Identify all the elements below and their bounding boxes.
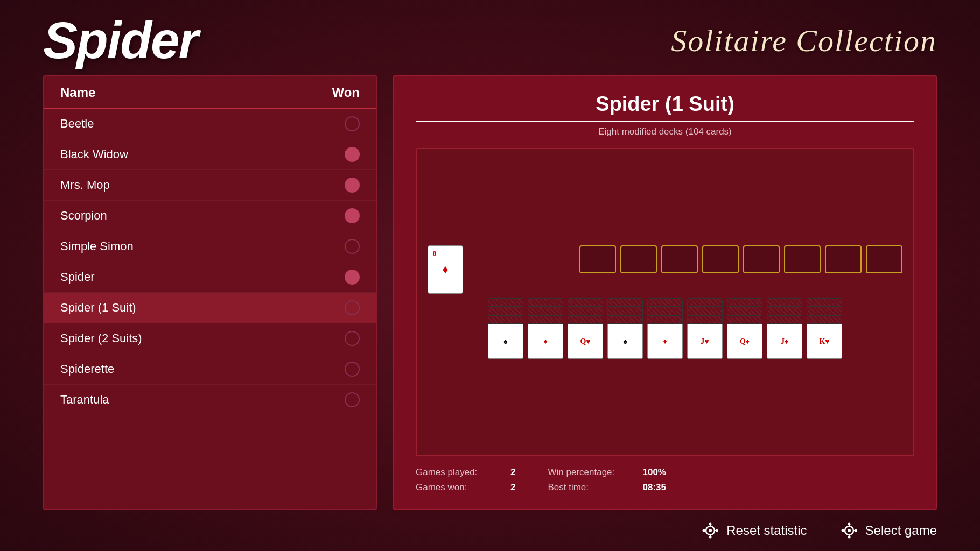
- card-face: ♠: [607, 324, 643, 359]
- reset-icon: [701, 521, 720, 540]
- won-indicator: [345, 147, 360, 162]
- tableau-column: Q♦: [727, 298, 762, 359]
- reset-button-label: Reset statistic: [726, 523, 807, 538]
- foundation-slot: [661, 245, 698, 273]
- detail-title: Spider (1 Suit): [416, 93, 914, 122]
- list-item[interactable]: Spider (2 Suits): [44, 323, 376, 354]
- card-face: ♠: [488, 324, 523, 359]
- stat-value: 2: [510, 467, 515, 478]
- select-game-button[interactable]: Select game: [839, 521, 937, 540]
- card-preview: 8 ♦: [416, 148, 914, 456]
- card-face: ♦: [528, 324, 563, 359]
- card-face: ♦: [647, 324, 683, 359]
- won-indicator: [345, 178, 360, 193]
- foundation-slots: [467, 245, 902, 273]
- foundation-slot: [579, 245, 616, 273]
- won-indicator: [345, 331, 360, 346]
- won-indicator: [345, 239, 360, 254]
- stat-label: Games played:: [416, 467, 502, 478]
- foundation-slot: [702, 245, 739, 273]
- list-item[interactable]: Tarantula: [44, 385, 376, 415]
- foundation-slot: [620, 245, 657, 273]
- face-up-card: 8 ♦: [428, 245, 463, 294]
- won-indicator: [345, 392, 360, 407]
- select-button-label: Select game: [865, 523, 937, 538]
- list-item[interactable]: Simple Simon: [44, 231, 376, 262]
- tableau-column: ♠: [607, 298, 643, 359]
- game-detail-panel: Spider (1 Suit) Eight modified decks (10…: [393, 75, 937, 510]
- list-item[interactable]: Spiderette: [44, 354, 376, 385]
- list-header: Name Won: [44, 76, 376, 109]
- stat-column-left: Games played: 2 Games won: 2: [416, 467, 515, 493]
- won-indicator: [345, 362, 360, 377]
- foundation-slot: [743, 245, 780, 273]
- reset-statistic-button[interactable]: Reset statistic: [701, 521, 807, 540]
- foundation-slot: [825, 245, 862, 273]
- stat-label: Games won:: [416, 482, 502, 493]
- header-won-label: Won: [332, 85, 360, 100]
- stat-row: Games played: 2: [416, 467, 515, 478]
- stat-row: Best time: 08:35: [548, 482, 666, 493]
- stat-column-right: Win percentage: 100% Best time: 08:35: [548, 467, 666, 493]
- stat-label: Best time:: [548, 482, 634, 493]
- list-item[interactable]: Scorpion: [44, 201, 376, 231]
- stat-row: Win percentage: 100%: [548, 467, 666, 478]
- won-indicator: [345, 300, 360, 315]
- stat-label: Win percentage:: [548, 467, 634, 478]
- svg-point-11: [848, 529, 851, 532]
- game-stats: Games played: 2 Games won: 2 Win percent…: [416, 467, 914, 493]
- card-face: J♥: [687, 324, 723, 359]
- game-list-panel: Name Won Beetle Black Widow Mrs. Mop Sco…: [43, 75, 377, 510]
- collection-title: Solitaire Collection: [671, 23, 937, 59]
- tableau-area: ♠ ♦ Q♥: [428, 298, 902, 359]
- won-indicator: [345, 208, 360, 223]
- stat-value: 100%: [642, 467, 666, 478]
- tableau-column: J♥: [687, 298, 723, 359]
- stat-value: 2: [510, 482, 515, 493]
- select-icon: [839, 521, 859, 540]
- list-item[interactable]: Mrs. Mop: [44, 170, 376, 201]
- card-face: K♥: [807, 324, 842, 359]
- stat-row: Games won: 2: [416, 482, 515, 493]
- list-item[interactable]: Spider: [44, 262, 376, 293]
- tableau-column: ♦: [647, 298, 683, 359]
- foundation-slot: [866, 245, 902, 273]
- tableau-column: J♦: [767, 298, 802, 359]
- tableau-column: ♠: [488, 298, 523, 359]
- header-name-label: Name: [60, 85, 95, 100]
- list-item[interactable]: Black Widow: [44, 139, 376, 170]
- won-indicator: [345, 270, 360, 285]
- card-face: Q♥: [568, 324, 603, 359]
- detail-subtitle: Eight modified decks (104 cards): [416, 126, 914, 137]
- svg-point-1: [709, 529, 712, 532]
- card-face: Q♦: [727, 324, 762, 359]
- tableau-column: K♥: [807, 298, 842, 359]
- tableau-column: Q♥: [568, 298, 603, 359]
- stat-value: 08:35: [642, 482, 666, 493]
- list-item[interactable]: Beetle: [44, 109, 376, 139]
- foundation-slot: [784, 245, 821, 273]
- list-item-selected[interactable]: Spider (1 Suit): [44, 293, 376, 323]
- won-indicator: [345, 116, 360, 131]
- tableau-column: ♦: [528, 298, 563, 359]
- game-title: Spider: [43, 11, 198, 70]
- bottom-bar: Reset statistic Select game: [0, 515, 980, 551]
- card-face: J♦: [767, 324, 802, 359]
